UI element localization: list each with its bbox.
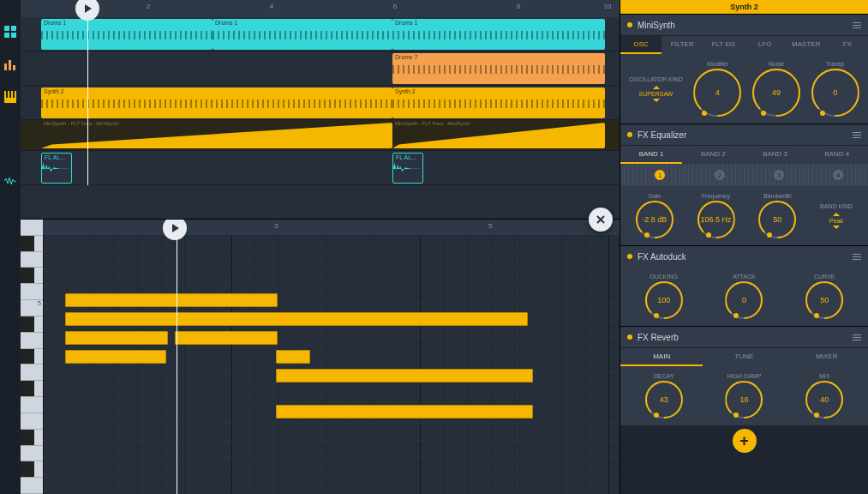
svg-rect-2 [4, 33, 9, 38]
midi-note[interactable] [276, 350, 310, 364]
chevron-down-icon[interactable] [833, 226, 840, 229]
tab-osc[interactable]: OSC [620, 36, 661, 54]
piano-icon[interactable] [3, 89, 18, 105]
ruler-mark: 6 [391, 3, 399, 11]
knob-gain[interactable]: Gain-2.8 dB [636, 193, 673, 238]
add-module-button[interactable]: + [733, 429, 757, 453]
tab-band2[interactable]: BAND 2 [682, 146, 744, 164]
chevron-up-icon[interactable] [653, 86, 660, 89]
knob-highdamp[interactable]: HIGH DAMP16 [725, 373, 763, 419]
knob-curve[interactable]: CURVE50 [805, 274, 843, 319]
track-row[interactable]: Synth 2 Synth 2 [21, 86, 620, 120]
tab-master[interactable]: MASTER [786, 36, 827, 54]
menu-icon[interactable] [853, 334, 861, 340]
knob-label: MIX [819, 373, 829, 379]
midi-note[interactable] [276, 405, 533, 419]
selector-label: OSCILLATOR KIND [629, 76, 682, 82]
eq-node-4[interactable]: 4 [833, 170, 843, 180]
pianoroll-ruler[interactable]: 3 5 [43, 220, 620, 235]
clip[interactable]: Drums 1 [41, 19, 213, 50]
knob-transp[interactable]: Transp0 [811, 61, 859, 117]
clip[interactable]: Synth 2 [41, 87, 392, 118]
svg-rect-1 [11, 26, 16, 31]
knob-modifier[interactable]: Modifier4 [693, 61, 741, 117]
channel-rack-panel: Synth 2 MiniSynth OSC FILTER FLT EG LFO … [620, 0, 868, 494]
knob-bandwidth[interactable]: Bandwidth50 [758, 193, 796, 238]
clip[interactable]: Drums 1 [392, 19, 605, 50]
tab-filter[interactable]: FILTER [661, 36, 703, 54]
clip-label: Synth 2 [44, 88, 64, 94]
module-led-icon[interactable] [627, 132, 632, 137]
tab-band1[interactable]: BAND 1 [620, 146, 682, 164]
svg-rect-10 [13, 91, 15, 98]
equalizer-icon[interactable] [3, 57, 18, 72]
menu-icon[interactable] [853, 254, 861, 260]
knob-mix[interactable]: MIX40 [805, 373, 843, 419]
chevron-up-icon[interactable] [833, 213, 840, 216]
knob-label: Frequency [702, 193, 730, 199]
ruler-mark: 3 [274, 222, 278, 230]
knob-label: ATTACK [733, 274, 756, 280]
knob-frequency[interactable]: Frequency106.5 Hz [697, 193, 735, 238]
eq-node-3[interactable]: 3 [774, 170, 784, 180]
menu-icon[interactable] [853, 132, 861, 138]
pianoroll-grid[interactable] [43, 235, 620, 494]
clip-label: Synth 2 [395, 88, 416, 94]
tab-reverb-main[interactable]: MAIN [620, 348, 703, 366]
midi-note[interactable] [65, 350, 166, 364]
clip[interactable]: Drums 1 [213, 19, 392, 50]
piano-keys[interactable]: 5 [21, 220, 43, 494]
knob-noise[interactable]: Noise49 [752, 61, 800, 117]
menu-icon[interactable] [853, 22, 861, 28]
waveform-icon[interactable] [3, 173, 18, 189]
automation-clip[interactable] [41, 123, 392, 148]
tab-reverb-mixer[interactable]: MIXER [786, 348, 868, 366]
audio-clip[interactable]: FL AL... [392, 153, 423, 184]
track-row[interactable]: MiniSynth - FLT Freq - MiniSynth MiniSyn… [21, 120, 620, 151]
piano-roll-view[interactable]: 5 3 5 [21, 220, 620, 494]
arrangement-view[interactable]: 2 4 6 8 10 Drums 1 Drums 1 Drums 1 Drums… [21, 0, 620, 220]
band-kind-selector[interactable]: BAND KIND Peak [820, 203, 853, 229]
eq-node-1[interactable]: 1 [655, 170, 665, 180]
knob-decay[interactable]: DECAY43 [645, 373, 683, 419]
track-row[interactable]: Drums 1 Drums 1 Drums 1 [21, 17, 620, 51]
tab-fx[interactable]: FX [827, 36, 868, 54]
clip[interactable]: Drums 7 [392, 53, 605, 84]
track-row[interactable]: FL AL... FL AL... [21, 151, 620, 185]
clip-label: FL AL... [396, 154, 416, 160]
arrange-playhead[interactable] [87, 17, 88, 185]
eq-node-2[interactable]: 2 [715, 170, 725, 180]
module-led-icon[interactable] [627, 334, 632, 340]
midi-note[interactable] [175, 331, 278, 345]
svg-rect-9 [9, 91, 11, 98]
close-icon[interactable] [589, 208, 613, 232]
module-led-icon[interactable] [627, 254, 632, 259]
audio-clip[interactable]: FL AL... [41, 153, 72, 184]
channel-header[interactable]: Synth 2 [620, 0, 868, 14]
tab-flteg[interactable]: FLT EG [703, 36, 744, 54]
pianoroll-playhead[interactable] [177, 220, 177, 494]
tab-band4[interactable]: BAND 4 [806, 146, 868, 164]
clip-label: Drums 1 [395, 20, 417, 26]
knob-ducking[interactable]: DUCKING100 [645, 274, 683, 319]
tab-lfo[interactable]: LFO [745, 36, 786, 54]
module-led-icon[interactable] [627, 22, 632, 27]
oscillator-kind-selector[interactable]: OSCILLATOR KIND SUPERSAW [629, 76, 682, 102]
ruler-mark: 5 [488, 222, 492, 230]
clip[interactable]: Synth 2 [392, 87, 605, 118]
automation-clip[interactable] [392, 123, 605, 148]
midi-note[interactable] [276, 369, 533, 383]
track-row[interactable]: Drums 7 [21, 51, 620, 86]
track-type-strip [0, 0, 21, 494]
midi-note[interactable] [65, 312, 528, 326]
midi-note[interactable] [65, 331, 168, 345]
pattern-icon[interactable] [3, 24, 18, 39]
tab-band3[interactable]: BAND 3 [745, 146, 806, 164]
tab-reverb-tune[interactable]: TUNE [703, 348, 785, 366]
chevron-down-icon[interactable] [653, 99, 660, 102]
midi-note[interactable] [65, 293, 278, 307]
eq-frequency-strip[interactable]: 1 2 3 4 [620, 164, 868, 186]
svg-rect-4 [4, 63, 7, 70]
knob-attack[interactable]: ATTACK0 [725, 274, 763, 319]
arrange-ruler[interactable]: 2 4 6 8 10 [21, 0, 620, 17]
